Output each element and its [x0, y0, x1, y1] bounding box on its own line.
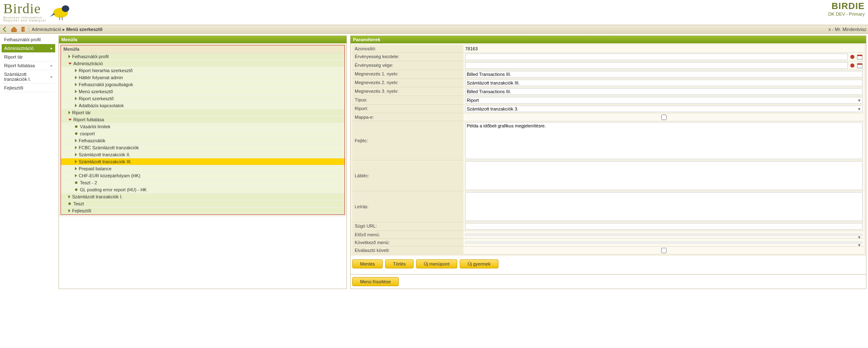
app-subtitle: DK DEV - Primary — [828, 12, 865, 16]
expand-icon[interactable] — [68, 63, 72, 65]
sidebar-item-0[interactable]: Felhasználói profil — [2, 35, 55, 44]
svg-point-5 — [23, 29, 24, 30]
sidebar: Felhasználói profilAdminisztráció▸Riport… — [2, 35, 55, 289]
tree-row-2[interactable]: Riport hierarhia szerkesztő — [61, 67, 344, 74]
tree-row-12[interactable]: Felhasználók — [61, 137, 344, 144]
param-row-tipus: Típus:Riport — [352, 96, 864, 105]
logo-subtitle-2: Reporter and Datalyser — [3, 19, 47, 22]
tree-row-20[interactable]: Számlázott tranzakciók I. — [61, 193, 344, 200]
expand-icon[interactable] — [75, 146, 77, 149]
sidebar-item-1[interactable]: Adminisztráció▸ — [2, 44, 55, 53]
home-icon[interactable] — [11, 26, 17, 33]
param-label: Típus: — [352, 96, 463, 104]
refresh-button[interactable]: Menü frissítése — [352, 277, 399, 286]
tree-row-4[interactable]: Felhasználói jogosultságok — [61, 81, 344, 88]
back-icon[interactable] — [2, 26, 8, 33]
sidebar-item-3[interactable]: Riport futtatása▸ — [2, 61, 55, 70]
expand-icon[interactable] — [75, 167, 77, 170]
expand-icon[interactable] — [75, 97, 77, 100]
sidebar-item-2[interactable]: Riport tár — [2, 53, 55, 61]
param-input-erv_vege[interactable] — [465, 62, 848, 69]
tree-box: Menüfa Felhasználói profilAdminisztráció… — [61, 45, 345, 215]
tree-row-7[interactable]: Adatbázis kapcsolatok — [61, 102, 344, 109]
tree-row-3[interactable]: Háttér folyamat admin — [61, 74, 344, 81]
tree-row-22[interactable]: Fejlesztői — [61, 207, 344, 214]
param-select-kov[interactable] — [465, 242, 863, 243]
tree-row-14[interactable]: Számlázott tranzakciók II. — [61, 151, 344, 158]
breadcrumb: Adminisztráció ▸ Menü szerkesztő — [32, 27, 103, 32]
tree-row-10[interactable]: Vásárlói limitek — [61, 123, 344, 130]
tree-row-19[interactable]: GL posting error report (HU) - HK — [61, 186, 344, 193]
expand-icon[interactable] — [75, 104, 77, 107]
action-button-3[interactable]: Új gyermek — [460, 259, 498, 268]
param-row-riport: Riport:Számlázott tranzakciók 3. — [352, 105, 864, 113]
param-label: Megnevezés 2. nyelv: — [352, 79, 463, 87]
param-input-meg1[interactable] — [465, 71, 863, 78]
calendar-icon[interactable] — [857, 63, 863, 68]
leaf-icon — [75, 188, 77, 191]
action-button-2[interactable]: Új menüpont — [416, 259, 457, 268]
expand-icon[interactable] — [68, 119, 72, 121]
user-info[interactable]: x - Mr. Mindentvisz — [828, 27, 866, 32]
param-label: Mappa-e: — [352, 113, 463, 121]
tree-row-6[interactable]: Riport szerkesztő — [61, 95, 344, 102]
tree-row-1[interactable]: Adminisztráció — [61, 60, 344, 67]
param-input-sugo[interactable] — [465, 223, 863, 230]
sidebar-item-5[interactable]: Fejlesztői — [2, 84, 55, 92]
action-button-1[interactable]: Törlés — [385, 259, 414, 268]
sidebar-item-4[interactable]: Számlázott tranzakciók I.▸ — [2, 70, 55, 84]
svg-rect-2 — [59, 17, 60, 20]
param-input-meg2[interactable] — [465, 80, 863, 86]
param-textarea-lablec[interactable] — [465, 161, 863, 190]
param-row-elozo: Előző menü: — [352, 231, 864, 239]
expand-icon[interactable] — [75, 90, 77, 93]
calendar-icon[interactable] — [857, 54, 863, 60]
param-value: 78163 — [463, 45, 864, 52]
action-button-0[interactable]: Mentés — [352, 259, 383, 268]
tree-row-8[interactable]: Riport tár — [61, 109, 344, 116]
tree-row-5[interactable]: Menü szerkesztő — [61, 88, 344, 95]
leaf-icon — [75, 132, 77, 135]
expand-icon[interactable] — [75, 69, 77, 72]
gear-icon[interactable] — [849, 54, 855, 60]
params-panel-title: Paraméterek — [351, 36, 866, 43]
param-select-riport[interactable]: Számlázott tranzakciók 3. — [465, 106, 863, 112]
expand-icon[interactable] — [75, 160, 77, 163]
param-input-meg3[interactable] — [465, 88, 863, 95]
tree-row-21[interactable]: Teszt — [61, 200, 344, 207]
param-row-fejlec: Fejléc: — [352, 121, 864, 160]
tree-row-17[interactable]: CHF-EUR középárfolyam (HK) — [61, 172, 344, 179]
gear-icon[interactable] — [849, 63, 855, 68]
expand-icon[interactable] — [75, 174, 77, 177]
param-input-erv_kezd[interactable] — [465, 54, 848, 60]
expand-icon[interactable] — [68, 111, 70, 114]
expand-icon[interactable] — [68, 195, 70, 198]
param-checkbox-mappa[interactable] — [661, 115, 667, 120]
app-title: BIRDIE — [828, 1, 865, 12]
tree-row-9[interactable]: Riport futtatása — [61, 116, 344, 123]
expand-icon[interactable] — [68, 55, 70, 58]
tree-root[interactable]: Menüfa — [61, 45, 344, 53]
leaf-icon — [75, 125, 77, 128]
tree-row-11[interactable]: csoport — [61, 130, 344, 137]
param-label: Előző menü: — [352, 231, 463, 238]
param-select-elozo[interactable] — [465, 234, 863, 235]
param-label: Azonosító: — [352, 45, 463, 52]
param-textarea-leiras[interactable] — [465, 192, 863, 221]
param-checkbox-elv[interactable] — [661, 248, 667, 253]
tree-row-15[interactable]: Számlázott tranzakciók III. — [61, 158, 344, 165]
tree-row-13[interactable]: FCBC Számlázott tranzakciók — [61, 144, 344, 151]
expand-icon[interactable] — [75, 153, 77, 156]
expand-icon[interactable] — [68, 209, 70, 212]
door-icon[interactable] — [20, 26, 26, 33]
param-textarea-fejlec[interactable] — [465, 122, 863, 159]
param-select-tipus[interactable]: Riport — [465, 97, 863, 103]
tree-row-16[interactable]: Prepaid balance — [61, 165, 344, 172]
expand-icon[interactable] — [75, 83, 77, 86]
tree-row-0[interactable]: Felhasználói profil — [61, 53, 344, 60]
svg-point-9 — [850, 63, 854, 68]
param-row-lablec: Lábléc: — [352, 160, 864, 191]
expand-icon[interactable] — [75, 76, 77, 79]
expand-icon[interactable] — [75, 139, 77, 142]
tree-row-18[interactable]: Teszt - 2 — [61, 179, 344, 186]
